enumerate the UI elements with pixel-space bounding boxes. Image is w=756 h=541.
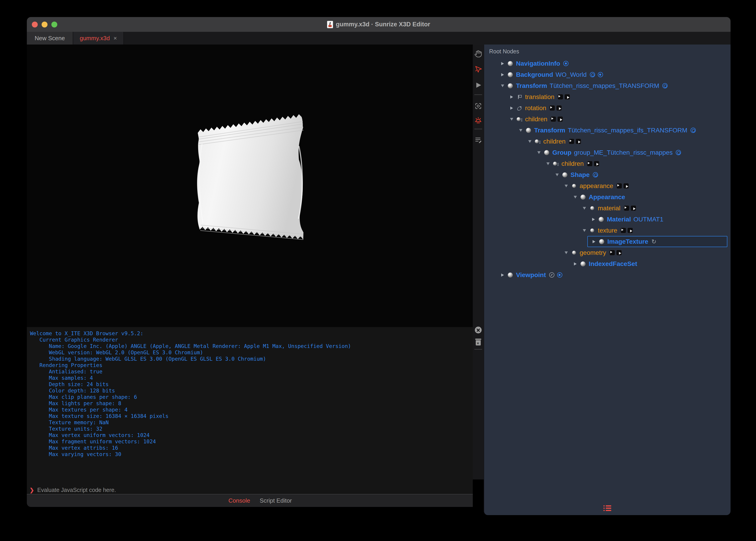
viewport-toolbar: × — [473, 45, 484, 479]
node-sphere-icon — [562, 172, 567, 177]
node-sphere-icon — [508, 61, 513, 66]
route-connector-icons[interactable] — [616, 183, 629, 189]
node-type-name: Transform — [516, 82, 547, 90]
js-input-field[interactable]: Evaluate JavaScript code here. — [37, 487, 116, 493]
bottom-bar: Console Script Editor — [27, 494, 473, 507]
tree-node-appearance[interactable]: Appearance — [484, 192, 731, 203]
node-sphere-icon — [508, 272, 513, 277]
tab-new-scene[interactable]: New Scene — [27, 32, 73, 45]
expander-triangle-icon[interactable] — [582, 229, 587, 232]
panel-list-icon[interactable] — [603, 505, 611, 511]
script-edit-tool-button[interactable] — [474, 136, 482, 144]
tab-gummy-x3d[interactable]: gummy.x3d × — [73, 32, 124, 45]
expander-triangle-icon[interactable] — [509, 95, 514, 99]
expander-triangle-icon[interactable] — [591, 218, 596, 221]
expander-triangle-icon[interactable] — [509, 107, 514, 110]
target-icon[interactable] — [563, 61, 568, 66]
expander-triangle-icon[interactable] — [555, 174, 560, 176]
tree-field-texture[interactable]: texture — [484, 225, 731, 236]
tree-field-rotation[interactable]: rotation — [484, 102, 731, 114]
tab-console[interactable]: Console — [228, 497, 250, 504]
rotation-field-icon — [517, 106, 522, 110]
route-connector-icons[interactable] — [569, 139, 581, 144]
tree-node-transform[interactable]: TransformTütchen_rissc_mappes_TRANSFORM — [484, 80, 731, 91]
minimize-window-button[interactable] — [42, 22, 48, 27]
play-button[interactable] — [474, 81, 482, 89]
tree-node-transform[interactable]: TransformTütchen_rissc_mappes_ifs_TRANSF… — [484, 125, 731, 136]
3d-viewport[interactable] — [27, 45, 473, 327]
field-name: geometry — [580, 249, 606, 257]
tool-circle-icon[interactable] — [549, 272, 554, 277]
tree-node-group[interactable]: Groupgroup_ME_Tütchen_rissc_mappes — [484, 147, 731, 158]
close-window-button[interactable] — [32, 22, 38, 27]
tree-node-background[interactable]: BackgroundWO_World — [484, 69, 731, 80]
route-connector-icons[interactable] — [587, 161, 599, 167]
field-name: rotation — [525, 105, 546, 112]
tab-script-editor[interactable]: Script Editor — [260, 497, 292, 504]
expander-triangle-icon[interactable] — [500, 85, 505, 87]
tree-field-children[interactable]: children — [484, 114, 731, 125]
console-line: WebGL version: WebGL 2.0 (OpenGL ES 3.0 … — [30, 349, 473, 356]
tree-node-shape[interactable]: Shape — [484, 169, 731, 180]
expander-triangle-icon[interactable] — [573, 262, 578, 266]
target-icon[interactable] — [557, 272, 562, 277]
tree-field-translation[interactable]: translation — [484, 91, 731, 102]
visibility-icon[interactable] — [662, 83, 668, 88]
snapshot-tool-button[interactable] — [474, 102, 482, 110]
tree-node-navigationinfo[interactable]: NavigationInfo — [484, 58, 731, 69]
console-clear-button[interactable] — [474, 326, 482, 334]
tree-node-viewpoint[interactable]: Viewpoint — [484, 270, 731, 280]
expander-triangle-icon[interactable] — [564, 252, 569, 254]
expander-triangle-icon[interactable] — [527, 140, 532, 143]
expander-triangle-icon[interactable] — [546, 162, 551, 165]
visibility-icon[interactable] — [590, 72, 595, 77]
tree-node-indexedfaceset[interactable]: IndexedFaceSet — [484, 258, 731, 270]
field-sphere-icon — [590, 206, 594, 210]
tree-field-appearance[interactable]: appearance — [484, 180, 731, 192]
console-line: Welcome to X_ITE X3D Browser v9.5.2: — [30, 330, 473, 336]
route-connector-icons[interactable] — [609, 250, 622, 256]
console-line: Rendering Properties — [30, 362, 473, 368]
route-input-icon — [551, 116, 556, 122]
expander-triangle-icon[interactable] — [582, 207, 587, 210]
console-line: Max lights per shape: 8 — [30, 400, 473, 406]
field-name: children — [543, 138, 566, 145]
route-connector-icons[interactable] — [624, 205, 636, 211]
tree-field-children[interactable]: children — [484, 136, 731, 147]
route-output-icon — [564, 94, 570, 100]
expander-triangle-icon[interactable] — [500, 273, 505, 276]
expander-triangle-icon[interactable] — [518, 129, 523, 132]
tree-node-material[interactable]: MaterialOUTMAT1 — [484, 214, 731, 225]
visibility-icon[interactable] — [676, 150, 681, 155]
tree-field-geometry[interactable]: geometry — [484, 247, 731, 258]
node-type-name: Material — [607, 216, 631, 223]
tree-field-children[interactable]: children — [484, 158, 731, 169]
reload-texture-icon[interactable]: ↻ — [651, 239, 656, 245]
light-tool-button[interactable] — [474, 116, 482, 125]
pan-hand-tool-button[interactable] — [474, 50, 482, 58]
expander-triangle-icon[interactable] — [536, 151, 541, 154]
expander-triangle-icon[interactable] — [509, 118, 514, 121]
console-line: Max texture size: 16384 × 16384 pixels — [30, 413, 473, 419]
route-connector-icons[interactable] — [558, 94, 570, 100]
expander-triangle-icon[interactable] — [500, 62, 505, 65]
select-arrow-tool-button[interactable] — [474, 65, 482, 73]
tab-close-icon[interactable]: × — [113, 35, 117, 41]
target-icon[interactable] — [598, 72, 603, 77]
def-name: OUTMAT1 — [633, 216, 663, 223]
expander-triangle-icon[interactable] — [591, 240, 596, 243]
route-connector-icons[interactable] — [551, 116, 563, 122]
visibility-icon[interactable] — [691, 128, 696, 133]
console-line: Current Graphics Renderer — [30, 336, 473, 343]
route-connector-icons[interactable] — [549, 105, 562, 111]
tree-node-imagetexture[interactable]: ImageTexture↻ — [587, 236, 727, 247]
node-sphere-icon — [508, 72, 513, 77]
console-trash-button[interactable]: × — [474, 338, 482, 346]
expander-triangle-icon[interactable] — [573, 196, 578, 199]
expander-triangle-icon[interactable] — [564, 185, 569, 187]
zoom-window-button[interactable] — [51, 22, 57, 27]
route-connector-icons[interactable] — [621, 228, 633, 233]
expander-triangle-icon[interactable] — [500, 73, 505, 76]
visibility-icon[interactable] — [593, 172, 598, 177]
tree-field-material[interactable]: material — [484, 203, 731, 214]
